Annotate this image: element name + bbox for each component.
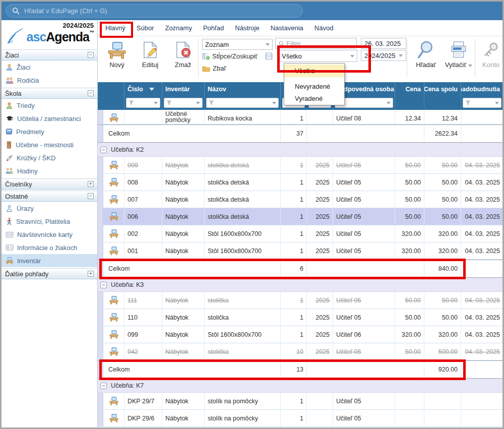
table-row[interactable]: 110Nábytokstolička12025Učiteľ 0550.0050.… [98, 309, 502, 326]
collapse-icon[interactable]: − [88, 193, 94, 199]
sidebar-item-z-iaci[interactable]: Žiaci [2, 60, 97, 74]
filter-box-date[interactable] [463, 98, 501, 108]
sidebar-item-uc-ebne-miestnosti[interactable]: Učebne - miestnosti [2, 138, 97, 151]
cell-total-text: 50.00 [442, 196, 458, 203]
total-blank [307, 361, 424, 378]
group-header-row[interactable]: −Učebňa: K7 [98, 379, 502, 393]
filter-input[interactable]: Filter [275, 38, 357, 49]
expand-icon[interactable]: + [88, 181, 94, 187]
total-label-text: Celkom [108, 130, 130, 137]
sidebar-section-header[interactable]: Žiaci− [2, 49, 97, 60]
sidebar-item-triedy[interactable]: Triedy [2, 99, 97, 112]
menu-item-nastroje[interactable]: Nástroje [229, 20, 265, 36]
table-row[interactable]: Učebné pomôckyRubikova kocka1Učiteľ 0812… [98, 110, 502, 125]
sidebar-item-rodic-ia[interactable]: Rodičia [2, 74, 97, 87]
edit-button[interactable]: Edituj [136, 38, 164, 69]
menu-item-pohlad[interactable]: Pohľad [198, 20, 229, 36]
menu-item-nastavenia[interactable]: Nastavenia [265, 20, 309, 36]
filter-cell-total [424, 96, 461, 110]
menu-item-zoznamy[interactable]: Zoznamy [159, 20, 197, 36]
columns-group-button[interactable]: Stĺpce/Zoskupiť [202, 52, 258, 60]
sidebar-item-predmety[interactable]: Predmety [2, 125, 97, 138]
cell-date-text: 04. 03. 2025 [465, 213, 500, 220]
cell-price: 50.00 [395, 157, 424, 173]
cell-price-text: 50.00 [405, 348, 421, 355]
sidebar-section-header[interactable]: Ďalšie pohľady+ [2, 268, 97, 279]
filter-box-inv[interactable] [164, 98, 203, 108]
sidebar-item-inventa-r[interactable]: Inventár [2, 254, 97, 267]
table-row[interactable]: 042Nábytokstolička102025Učiteľ 0550.0050… [98, 343, 502, 360]
collapse-group-icon[interactable]: − [100, 147, 107, 153]
status-filter-select[interactable]: Všetko [279, 50, 357, 62]
cell-date-text: 04. 03. 2025 [465, 230, 500, 237]
column-header-icon[interactable] [103, 82, 124, 96]
collapse-icon[interactable]: − [88, 52, 94, 58]
menu-item-subor[interactable]: Súbor [131, 20, 160, 36]
sidebar-item-informa-cie-o-z-iakoch[interactable]: Informácie o žiakoch [2, 241, 97, 254]
total-date-blank [461, 125, 502, 142]
edupage-search-input[interactable]: Hľadať v EduPage (Ctrl + G) [6, 4, 303, 18]
group-header-row[interactable]: −Učebňa: K3 [98, 278, 502, 292]
cell-inventory-text: Nábytok [165, 248, 188, 255]
filter-box-name[interactable] [206, 98, 279, 108]
table-row[interactable]: 002NábytokStôl 1600x800x70012025Učiteľ 0… [98, 225, 502, 242]
table-row[interactable]: 111Nábytokstolička12025Učiteľ 0550.0050.… [98, 292, 502, 309]
expand-icon[interactable]: + [88, 271, 94, 277]
new-button[interactable]: Nový [103, 38, 131, 69]
view-select[interactable]: Zoznam [202, 39, 273, 50]
column-header-inv[interactable]: Inventár [162, 82, 205, 96]
sidebar-section-header[interactable]: Škola− [2, 88, 97, 99]
filter-box-num[interactable] [126, 98, 160, 108]
account-button[interactable]: Konto [479, 38, 502, 69]
row-desk-icon [103, 208, 124, 225]
menu-item-navod[interactable]: Návod [309, 20, 339, 36]
dropdown-option-vsetko[interactable]: Všetko [284, 65, 344, 77]
search-button[interactable]: Hľadať [411, 38, 440, 69]
cell-total-text: 50.00 [442, 179, 458, 186]
cell-qty: 1 [281, 208, 307, 225]
sidebar-item-stravni-ci-platitelia[interactable]: Stravníci, Platitelia [2, 215, 97, 228]
sidebar-item-kru-z-ky-s-kd[interactable]: Krúžky / ŠKD [2, 151, 97, 164]
table-row[interactable]: 009Nábytokstolička detská12025Učiteľ 055… [98, 157, 502, 174]
sidebar-item-uc-itelia-zamestnanci[interactable]: Učitelia / zamestnanci [2, 112, 97, 125]
collapse-icon[interactable]: − [88, 90, 94, 96]
table-row[interactable]: 008Nábytokstolička detská12025Učiteľ 055… [98, 174, 502, 191]
sidebar-item-u-razy[interactable]: Úrazy [2, 202, 97, 215]
delete-button[interactable]: Zmaž [169, 38, 197, 69]
group-header-row[interactable]: −Učebňa: K2 [98, 143, 502, 157]
menu-item-hlavny[interactable]: Hlavný [100, 20, 131, 36]
table-row[interactable]: 001NábytokStôl 1600x800x70012025Učiteľ 0… [98, 242, 502, 260]
table-row[interactable]: 006Nábytokstolička detská12025Učiteľ 055… [98, 208, 502, 225]
sidebar-section-header[interactable]: Ostatné− [2, 191, 97, 202]
chevron-down-icon [468, 65, 472, 67]
sidebar-item-na-vs-tevni-cke-karty[interactable]: Návštevnícke karty [2, 228, 97, 241]
save-view-icon[interactable] [265, 52, 273, 60]
table-row[interactable]: DKP 29/6Nábytokstolík na pomôcky1Učiteľ … [98, 410, 502, 427]
table-row[interactable]: 099NábytokStôl 1600x800x70012025Učiteľ 0… [98, 326, 502, 343]
table-row[interactable]: 007Nábytokstolička detská12025Učiteľ 055… [98, 191, 502, 208]
row-desk-icon [103, 157, 124, 173]
column-header-name[interactable]: Názov [205, 82, 281, 96]
filter-cell-inv [162, 96, 205, 110]
print-button[interactable]: Vytlačiť [442, 38, 475, 69]
dropdown-option-nevyradene[interactable]: Nevyradené [284, 81, 344, 93]
magnifier-icon [417, 40, 435, 59]
collapse-group-icon[interactable]: − [100, 383, 107, 389]
year-select[interactable]: 2024/2025 [361, 50, 406, 61]
sidebar-section-header[interactable]: Číselníky+ [2, 178, 97, 190]
cell-year-text: 2025 [316, 348, 330, 355]
cell-qty-text: 1 [300, 179, 303, 186]
column-header-num[interactable]: Číslo [124, 82, 162, 96]
collapse-group-icon[interactable]: − [100, 282, 107, 288]
column-header-date[interactable]: Dátum nadobudnutia [461, 82, 502, 96]
table-row[interactable]: DKP 29/7Nábytokstolík na pomôcky1Učiteľ … [98, 393, 502, 410]
dropdown-option-vyradene[interactable]: Vyradené [284, 93, 344, 105]
cell-total: 50.00 [424, 309, 461, 326]
cell-inventory-text: Nábytok [165, 297, 188, 304]
column-header-price[interactable]: Cena [395, 82, 424, 96]
column-header-total[interactable]: Cena spolu [424, 82, 461, 96]
cell-qty-text: 1 [300, 331, 303, 338]
collapse-button[interactable]: Zbaľ [202, 65, 226, 72]
date-field[interactable]: 26. 03. 2025 [361, 38, 406, 49]
sidebar-item-hodiny[interactable]: Hodiny [2, 164, 97, 177]
